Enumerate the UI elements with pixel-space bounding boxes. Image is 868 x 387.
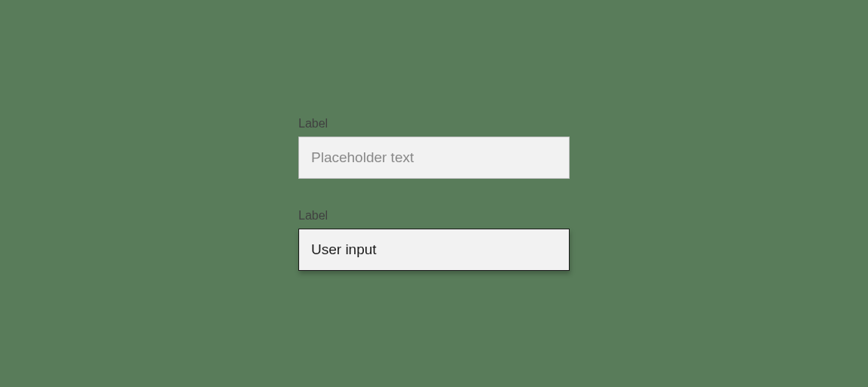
- text-input-1[interactable]: [298, 137, 570, 179]
- input-field-group-1: Label: [298, 117, 570, 179]
- input-field-group-2: Label: [298, 209, 570, 271]
- input-label-2: Label: [298, 209, 570, 223]
- input-label-1: Label: [298, 117, 570, 131]
- text-input-2[interactable]: [298, 229, 570, 271]
